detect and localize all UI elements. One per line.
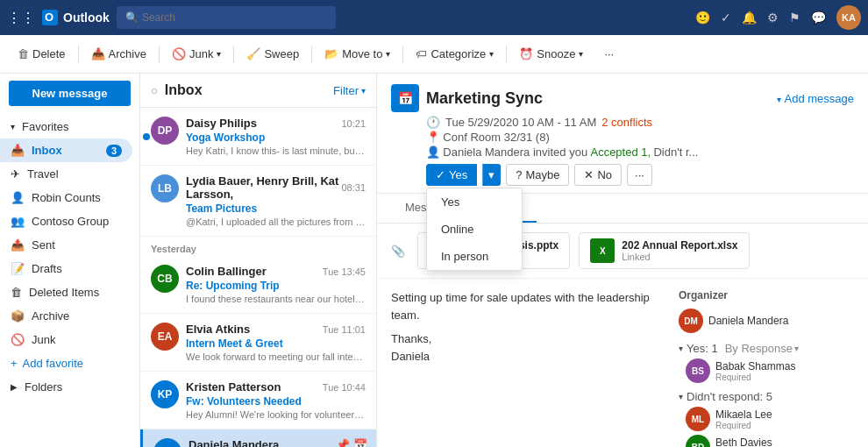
search-box[interactable]: 🔍 [117,6,336,29]
grid-icon[interactable]: ⋮⋮ [7,10,35,26]
unread-indicator [143,133,150,140]
inbox-icon: 📥 [11,144,25,157]
clock-icon: 🕐 [426,116,440,129]
detail-header: 📅 Marketing Sync ▾ Add message 🕐 Tue 5/2… [377,74,868,194]
new-message-button[interactable]: New message [9,81,131,106]
toolbar-separator-3 [233,46,234,63]
rsvp-yes-wrapper: ✓ Yes Yes Online In person [426,164,477,186]
yes-group-header[interactable]: ▾ Yes: 1 By Response ▾ [679,342,854,355]
inbox-badge: 3 [106,145,122,157]
email-item-colin[interactable]: CB Colin Ballinger Tue 13:45 Re: Upcomin… [140,256,376,314]
more-options-button[interactable]: ··· [597,44,621,64]
sender-name: Daisy Philips [186,117,257,130]
checkmark-icon[interactable]: ✓ [721,11,731,25]
sweep-icon: 🧹 [246,47,260,60]
inbox-title: Inbox [165,82,203,98]
by-response-badge[interactable]: By Response ▾ [725,342,799,355]
flag-icon[interactable]: ⚑ [789,11,800,25]
sidebar-item-robin[interactable]: 👤 Robin Counts [0,186,132,209]
rsvp-maybe-button[interactable]: ? Maybe [506,164,569,186]
sidebar-item-deleted[interactable]: 🗑 Deleted Items [0,280,132,304]
rsvp-no-button[interactable]: ✕ No [574,164,622,186]
conflicts-link[interactable]: 2 conflicts [601,116,652,129]
thanks-line: Thanks, [391,330,665,348]
email-time: Tue 11:01 [323,324,366,335]
snooze-button[interactable]: ⏰ Snooze ▾ [512,44,590,64]
sidebar-item-contoso[interactable]: 👥 Contoso Group [0,209,132,233]
rsvp-row: ✓ Yes Yes Online In person ▾ ? Maybe [426,164,854,186]
sidebar-item-inbox[interactable]: 📥 Inbox 3 [0,138,132,162]
rsvp-option-online[interactable]: Online [427,216,522,243]
junk-button[interactable]: 🚫 Junk ▾ [165,44,228,64]
search-input[interactable] [142,11,327,24]
detail-panel: 📅 Marketing Sync ▾ Add message 🕐 Tue 5/2… [377,74,868,447]
categorize-button[interactable]: 🏷 Categorize ▾ [409,44,501,64]
email-preview: I found these restaurants near our hotel… [186,294,366,304]
sidebar-label-sent: Sent [32,238,55,252]
smiley-icon[interactable]: 🙂 [695,11,710,25]
avatar-babak: BS [686,358,710,383]
moveto-button[interactable]: 📂 Move to ▾ [317,44,397,64]
sender-name: Kristen Patterson [186,380,281,394]
add-favorite-link[interactable]: + Add favorite [0,351,139,375]
bell-icon[interactable]: 🔔 [742,11,757,25]
avatar-elvia: EA [151,323,179,351]
avatar-daisy: DP [151,117,179,145]
delete-button[interactable]: 🗑 Delete [11,44,73,64]
add-message-link[interactable]: ▾ Add message [777,92,854,105]
email-time: 08:31 [341,182,366,193]
drafts-icon: 📝 [11,262,25,275]
avatar-kristen: KP [151,380,179,408]
sidebar-item-folders[interactable]: ▶ Folders [0,375,132,399]
sidebar-item-drafts[interactable]: 📝 Drafts [0,257,132,280]
delete-icon: 🗑 [18,47,29,60]
rsvp-yes-button[interactable]: ✓ Yes [426,164,477,186]
body-paragraph: Setting up time for sale updates with th… [391,289,665,323]
chevron-up-icon: ▾ [777,95,781,104]
email-item-daniela[interactable]: DM Daniela Mandera 📌 📅 Marketing Sync Fr… [140,429,376,447]
user-avatar[interactable]: KA [836,5,861,30]
snooze-arrow-icon: ▾ [579,49,583,59]
detail-message-content: Setting up time for sale updates with th… [391,289,665,436]
xlsx-icon: X [590,238,615,263]
sidebar-item-junk[interactable]: 🚫 Junk [0,328,132,351]
rsvp-dropdown: Yes Online In person [426,188,523,271]
didnt-respond-header[interactable]: ▾ Didn't respond: 5 [679,390,854,403]
filter-button[interactable]: Filter ▾ [333,84,366,97]
sweep-button[interactable]: 🧹 Sweep [239,44,306,64]
rsvp-option-inperson[interactable]: In person [427,243,522,270]
attachment-xlsx[interactable]: X 202 Annual Report.xlsx Linked [579,232,749,269]
avatar-colin: CB [151,265,179,293]
email-item-kristen[interactable]: KP Kristen Patterson Tue 10:44 Fw: Volun… [140,372,376,429]
email-item-elvia[interactable]: EA Elvia Atkins Tue 11:01 Intern Meet & … [140,314,376,372]
rsvp-more-button[interactable]: ··· [627,164,652,186]
chat-icon[interactable]: 💬 [811,11,826,25]
sidebar-label-robin: Robin Counts [32,191,101,204]
response-arrow-icon: ▾ [794,344,799,353]
sender-name: Colin Ballinger [186,265,267,278]
attachment-icon-left: 📎 [391,232,405,269]
sidebar-label-folders: Folders [25,380,62,394]
email-item-daisy[interactable]: DP Daisy Philips 10:21 Yoga Workshop Hey… [140,108,376,166]
email-item-lydia[interactable]: LB Lydia Bauer, Henry Brill, Kat Larsson… [140,166,376,237]
sidebar-label-contoso: Contoso Group [32,215,109,228]
settings-icon[interactable]: ⚙ [767,11,779,25]
sidebar-item-favorites-toggle[interactable]: ▾ Favorites [0,115,132,138]
sidebar-item-travel[interactable]: ✈ Travel [0,162,132,186]
sidebar-label-junk: Junk [32,333,55,346]
archive-button[interactable]: 📥 Archive [84,44,153,64]
avatar-mikaela: ML [686,407,710,431]
rsvp-option-yes[interactable]: Yes [427,188,522,216]
person-invite-icon: 👤 [426,145,440,159]
rsvp-yes-arrow-button[interactable]: ▾ [482,164,501,186]
ellipsis-icon: ··· [635,168,644,181]
chevron-down-didnt-icon: ▾ [679,392,683,401]
organizer-name: Daniela Mandera [708,315,788,327]
sidebar-item-archive[interactable]: 📦 Archive [0,304,132,328]
sidebar-item-sent[interactable]: 📤 Sent [0,233,132,257]
calendar-event-icon: 📅 [391,84,419,112]
main-layout: New message ▾ Favorites 📥 Inbox 3 ✈ Trav… [0,74,868,447]
person-icon: 👤 [11,191,25,204]
email-time: Tue 13:45 [323,266,366,277]
archive-folder-icon: 📦 [11,309,25,323]
